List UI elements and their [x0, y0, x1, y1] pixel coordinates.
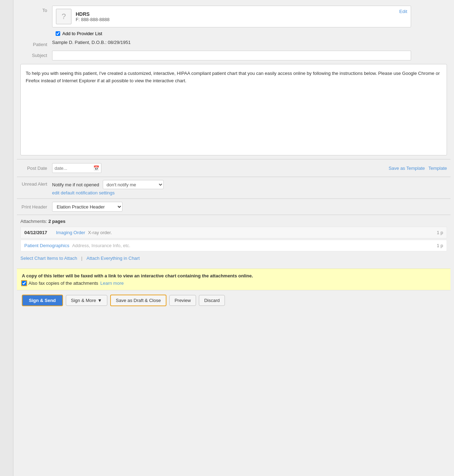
- message-body-container[interactable]: To help you with seeing this patient, I'…: [20, 64, 447, 155]
- also-fax-label: Also fax copies of the attachments: [29, 281, 98, 286]
- print-header-select[interactable]: Elation Practice Header No Header: [52, 202, 122, 212]
- fax-notice-strong: A copy of this letter will be faxed with…: [22, 273, 253, 278]
- attachment-desc: X-ray order.: [88, 230, 437, 235]
- attachment-pages: 1 p: [437, 230, 443, 235]
- unread-alert-label: Unread Alert: [20, 180, 52, 187]
- patient-value: Sample D. Patient, D.O.B.: 08/29/1951: [52, 38, 131, 45]
- recipient-info: HDRS F: 888-888-8888: [76, 11, 399, 22]
- attachment-type-link-2[interactable]: Patient Demographics: [24, 243, 69, 248]
- attachments-label: Attachments:: [20, 219, 47, 224]
- recipient-name: HDRS: [76, 11, 399, 17]
- patient-label: Patient: [20, 40, 52, 47]
- sign-and-more-button[interactable]: Sign & More ▼: [66, 295, 107, 306]
- attachment-date: 04/12/2017: [24, 230, 52, 235]
- select-chart-items-link[interactable]: Select Chart Items to Attach: [20, 256, 77, 261]
- sign-and-send-button[interactable]: Sign & Send: [22, 295, 63, 306]
- attachments-section: Attachments: 2 pages 04/12/2017 Imaging …: [17, 215, 450, 251]
- avatar: ?: [56, 9, 71, 24]
- subject-row: Subject: [17, 51, 450, 60]
- recipient-box: ? HDRS F: 888-888-8888 Edit: [52, 6, 411, 27]
- person-icon: ?: [62, 12, 66, 21]
- add-provider-row: Add to Provider List: [56, 31, 450, 36]
- also-fax-checkbox[interactable]: [22, 281, 26, 285]
- learn-more-link[interactable]: Learn more: [100, 281, 124, 286]
- edit-default-notification-link[interactable]: edit default notification settings: [52, 190, 447, 195]
- patient-row: Patient Sample D. Patient, D.O.B.: 08/29…: [17, 40, 450, 47]
- attach-everything-link[interactable]: Attach Everything in Chart: [87, 256, 140, 261]
- template-link[interactable]: Template: [428, 166, 447, 171]
- add-to-provider-label: Add to Provider List: [62, 31, 102, 36]
- save-draft-button[interactable]: Save as Draft & Close: [110, 295, 166, 306]
- unread-content: Notify me if not opened don't notify me …: [52, 180, 447, 195]
- attachment-desc-2: Address, Insurance Info, etc.: [72, 243, 437, 248]
- print-header-row: Print Header Elation Practice Header No …: [17, 199, 450, 214]
- print-header-label: Print Header: [20, 204, 52, 210]
- subject-field: [52, 51, 450, 60]
- attachment-row-nodate: Patient Demographics Address, Insurance …: [20, 240, 447, 251]
- add-to-provider-checkbox[interactable]: [56, 31, 60, 36]
- patient-field: Sample D. Patient, D.O.B.: 08/29/1951: [52, 40, 450, 45]
- fax-notice: A copy of this letter will be faxed with…: [17, 269, 450, 290]
- left-strip: [0, 0, 13, 476]
- unread-alert-row: Unread Alert Notify me if not opened don…: [17, 177, 450, 198]
- sign-more-label: Sign & More: [71, 298, 96, 303]
- to-field: ? HDRS F: 888-888-8888 Edit: [52, 6, 450, 27]
- edit-recipient-link[interactable]: Edit: [399, 9, 407, 14]
- unread-top: Notify me if not opened don't notify me …: [52, 180, 447, 189]
- notify-select[interactable]: don't notify me notify me after 1 day no…: [103, 180, 164, 189]
- to-row: To ? HDRS F: 888-888-8888 Edit: [17, 6, 450, 27]
- attachment-row: 04/12/2017 Imaging Order X-ray order. 1 …: [20, 227, 447, 238]
- discard-button[interactable]: Discard: [199, 295, 225, 306]
- date-input[interactable]: [52, 163, 101, 173]
- attachment-pages-2: 1 p: [437, 243, 443, 248]
- recipient-fax: F: 888-888-8888: [76, 17, 399, 22]
- chart-separator: |: [81, 256, 84, 261]
- fax-notice-text: A copy of this letter will be faxed with…: [22, 273, 446, 278]
- save-as-template-link[interactable]: Save as Template: [389, 166, 425, 171]
- post-date-label: Post Date: [20, 166, 52, 171]
- subject-label: Subject: [20, 51, 52, 58]
- post-date-row: Post Date 📅 Save as Template Template: [17, 159, 450, 176]
- content-area: To ? HDRS F: 888-888-8888 Edit Add to Pr…: [13, 0, 454, 310]
- subject-input[interactable]: [52, 51, 411, 60]
- template-links: Save as Template Template: [389, 166, 447, 171]
- attachments-count: 2 pages: [49, 219, 65, 224]
- to-label: To: [20, 6, 52, 13]
- notify-text: Notify me if not opened: [52, 182, 99, 187]
- bottom-buttons: Sign & Send Sign & More ▼ Save as Draft …: [17, 290, 450, 310]
- preview-button[interactable]: Preview: [169, 295, 196, 306]
- attachments-header: Attachments: 2 pages: [20, 219, 447, 224]
- message-text: To help you with seeing this patient, I'…: [26, 70, 442, 85]
- dropdown-arrow-icon: ▼: [97, 298, 102, 303]
- attachment-type-link[interactable]: Imaging Order: [56, 230, 85, 235]
- chart-links: Select Chart Items to Attach | Attach Ev…: [17, 253, 450, 266]
- main-container: To ? HDRS F: 888-888-8888 Edit Add to Pr…: [0, 0, 454, 476]
- date-input-wrapper: 📅: [52, 163, 101, 173]
- fax-checkbox-row: Also fax copies of the attachments Learn…: [22, 281, 446, 286]
